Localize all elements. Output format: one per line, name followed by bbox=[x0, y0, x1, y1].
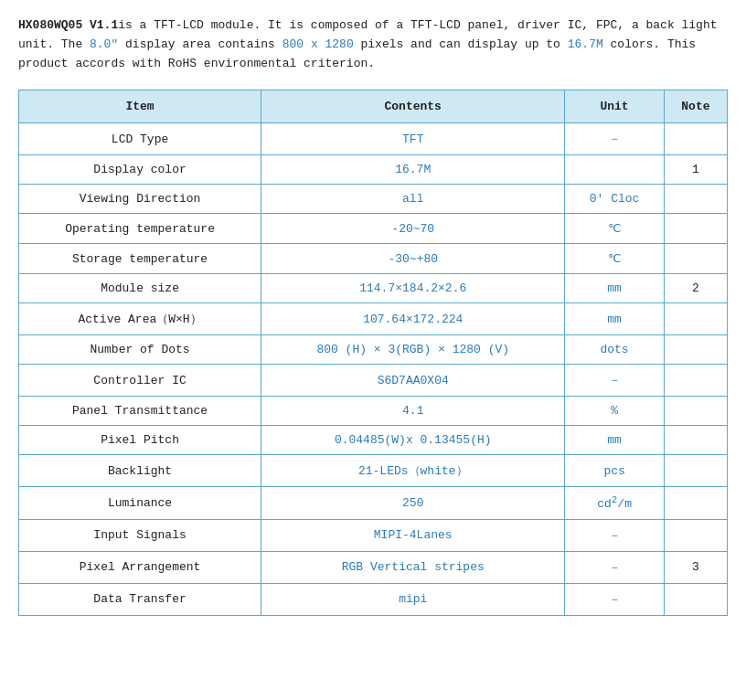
table-row: Storage temperature-30~+80℃ bbox=[19, 244, 728, 274]
cell-content-9: 4.1 bbox=[261, 397, 565, 426]
cell-unit-10: mm bbox=[565, 426, 664, 455]
table-row: Pixel ArrangementRGB Vertical stripes－3 bbox=[19, 551, 728, 583]
table-row: LCD TypeTFT－ bbox=[19, 123, 728, 155]
table-row: Module size114.7×184.2×2.6mm2 bbox=[19, 274, 728, 303]
cell-item-3: Operating temperature bbox=[19, 214, 261, 244]
cell-note-0 bbox=[664, 123, 727, 155]
table-row: Viewing Directionall0' Cloc bbox=[19, 185, 728, 214]
cell-unit-7: dots bbox=[565, 335, 664, 365]
cell-item-11: Backlight bbox=[19, 455, 261, 487]
header-item: Item bbox=[19, 90, 261, 123]
cell-item-14: Pixel Arrangement bbox=[19, 551, 261, 583]
cell-note-15 bbox=[664, 583, 727, 615]
cell-item-0: LCD Type bbox=[19, 123, 261, 155]
cell-note-10 bbox=[664, 426, 727, 455]
table-row: Active Area（W×H）107.64×172.224mm bbox=[19, 303, 728, 335]
table-row: Luminance250cd2/m bbox=[19, 487, 728, 519]
cell-note-12 bbox=[664, 487, 727, 519]
cell-content-0: TFT bbox=[261, 123, 565, 155]
cell-item-9: Panel Transmittance bbox=[19, 397, 261, 426]
cell-item-4: Storage temperature bbox=[19, 244, 261, 274]
colors: 16.7M bbox=[568, 37, 603, 51]
cell-note-2 bbox=[664, 185, 727, 214]
cell-unit-13: － bbox=[565, 519, 664, 551]
cell-item-7: Number of Dots bbox=[19, 335, 261, 365]
cell-note-11 bbox=[664, 455, 727, 487]
table-row: Operating temperature-20~70℃ bbox=[19, 214, 728, 244]
cell-unit-9: % bbox=[565, 397, 664, 426]
cell-content-8: S6D7AA0X04 bbox=[261, 365, 565, 397]
cell-content-15: mipi bbox=[261, 583, 565, 615]
cell-unit-2: 0' Cloc bbox=[565, 185, 664, 214]
cell-item-2: Viewing Direction bbox=[19, 185, 261, 214]
cell-item-12: Luminance bbox=[19, 487, 261, 519]
cell-unit-1 bbox=[565, 155, 664, 185]
cell-content-6: 107.64×172.224 bbox=[261, 303, 565, 335]
cell-unit-11: pcs bbox=[565, 455, 664, 487]
cell-content-10: 0.04485(W)x 0.13455(H) bbox=[261, 426, 565, 455]
display-size: 8.0" bbox=[90, 37, 118, 51]
cell-note-9 bbox=[664, 397, 727, 426]
intro-text3: pixels and can display up to bbox=[354, 37, 568, 51]
header-contents: Contents bbox=[261, 90, 565, 123]
cell-unit-15: － bbox=[565, 583, 664, 615]
cell-content-13: MIPI-4Lanes bbox=[261, 519, 565, 551]
table-row: Display color16.7M1 bbox=[19, 155, 728, 185]
cell-unit-4: ℃ bbox=[565, 244, 664, 274]
cell-item-15: Data Transfer bbox=[19, 583, 261, 615]
cell-note-14: 3 bbox=[664, 551, 727, 583]
cell-content-12: 250 bbox=[261, 487, 565, 519]
cell-note-13 bbox=[664, 519, 727, 551]
cell-content-4: -30~+80 bbox=[261, 244, 565, 274]
header-note: Note bbox=[664, 90, 727, 123]
table-row: Panel Transmittance4.1% bbox=[19, 397, 728, 426]
cell-unit-14: － bbox=[565, 551, 664, 583]
cell-item-10: Pixel Pitch bbox=[19, 426, 261, 455]
table-row: Number of Dots800 (H) × 3(RGB) × 1280 (V… bbox=[19, 335, 728, 365]
cell-note-7 bbox=[664, 335, 727, 365]
cell-unit-5: mm bbox=[565, 274, 664, 303]
cell-item-6: Active Area（W×H） bbox=[19, 303, 261, 335]
cell-note-1: 1 bbox=[664, 155, 727, 185]
cell-item-8: Controller IC bbox=[19, 365, 261, 397]
cell-content-11: 21-LEDs（white） bbox=[261, 455, 565, 487]
cell-item-5: Module size bbox=[19, 274, 261, 303]
cell-note-8 bbox=[664, 365, 727, 397]
cell-content-14: RGB Vertical stripes bbox=[261, 551, 565, 583]
cell-note-6 bbox=[664, 303, 727, 335]
specs-table: Item Contents Unit Note LCD TypeTFT－Disp… bbox=[18, 90, 728, 615]
cell-unit-3: ℃ bbox=[565, 214, 664, 244]
cell-unit-12: cd2/m bbox=[565, 487, 664, 519]
cell-note-3 bbox=[664, 214, 727, 244]
table-row: Pixel Pitch0.04485(W)x 0.13455(H)mm bbox=[19, 426, 728, 455]
table-row: Controller ICS6D7AA0X04－ bbox=[19, 365, 728, 397]
cell-note-5: 2 bbox=[664, 274, 727, 303]
cell-unit-8: － bbox=[565, 365, 664, 397]
intro-paragraph: HX080WQ05 V1.1is a TFT-LCD module. It is… bbox=[18, 16, 728, 73]
cell-unit-6: mm bbox=[565, 303, 664, 335]
cell-content-1: 16.7M bbox=[261, 155, 565, 185]
cell-content-3: -20~70 bbox=[261, 214, 565, 244]
cell-content-5: 114.7×184.2×2.6 bbox=[261, 274, 565, 303]
cell-item-1: Display color bbox=[19, 155, 261, 185]
intro-text2: display area contains bbox=[118, 37, 282, 51]
model-name: HX080WQ05 V1.1 bbox=[18, 18, 118, 32]
cell-unit-0: － bbox=[565, 123, 664, 155]
table-header-row: Item Contents Unit Note bbox=[19, 90, 728, 123]
cell-note-4 bbox=[664, 244, 727, 274]
cell-item-13: Input Signals bbox=[19, 519, 261, 551]
table-row: Data Transfermipi－ bbox=[19, 583, 728, 615]
header-unit: Unit bbox=[565, 90, 664, 123]
table-row: Input SignalsMIPI-4Lanes－ bbox=[19, 519, 728, 551]
table-row: Backlight21-LEDs（white）pcs bbox=[19, 455, 728, 487]
resolution: 800 x 1280 bbox=[282, 37, 354, 51]
cell-content-2: all bbox=[261, 185, 565, 214]
cell-content-7: 800 (H) × 3(RGB) × 1280 (V) bbox=[261, 335, 565, 365]
